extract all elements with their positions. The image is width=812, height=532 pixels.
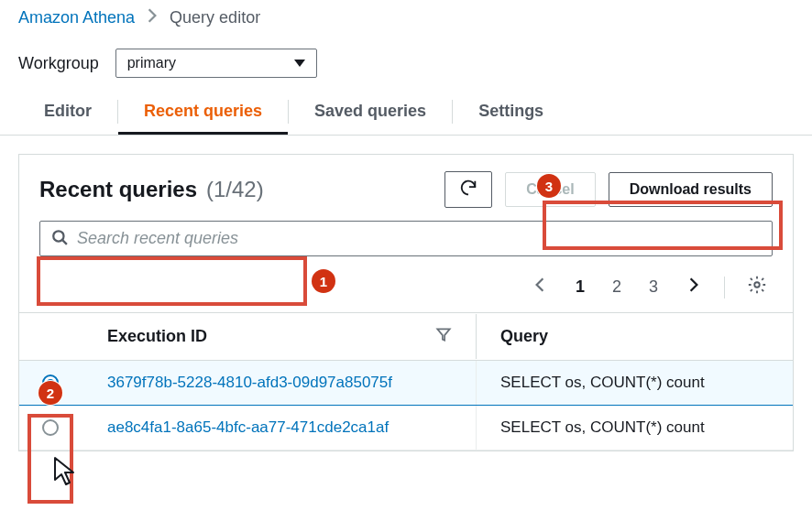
- search-icon: [51, 229, 68, 248]
- breadcrumb-service-link[interactable]: Amazon Athena: [18, 8, 135, 27]
- page-next[interactable]: [680, 275, 708, 299]
- col-query-header[interactable]: Query: [476, 314, 793, 359]
- table-row[interactable]: ae8c4fa1-8a65-4bfc-aa77-471cde2ca1af SEL…: [19, 406, 793, 451]
- separator: [724, 277, 725, 299]
- workgroup-row: Workgroup primary: [0, 32, 812, 89]
- refresh-icon: [458, 178, 478, 201]
- panel-header: Recent queries (1/42) Cancel Download re…: [19, 155, 793, 221]
- svg-line-1: [62, 240, 67, 244]
- caret-down-icon: [294, 60, 305, 67]
- workgroup-label: Workgroup: [18, 54, 99, 73]
- download-results-button[interactable]: Download results: [609, 172, 773, 207]
- execution-id-link[interactable]: ae8c4fa1-8a65-4bfc-aa77-471cde2ca1af: [107, 418, 389, 437]
- cursor-icon: [53, 456, 79, 490]
- gear-icon: [747, 280, 767, 299]
- callout-2: 2: [38, 381, 62, 405]
- results-table: Execution ID Query 3679f78b-5228-4810-af…: [19, 312, 793, 451]
- svg-point-2: [754, 282, 760, 288]
- panel-count: (1/42): [206, 177, 264, 201]
- row-radio[interactable]: [42, 419, 59, 436]
- pagination: 1 2 3: [19, 267, 793, 312]
- callout-3: 3: [537, 174, 561, 198]
- page-2[interactable]: 2: [607, 276, 627, 299]
- settings-gear[interactable]: [741, 273, 773, 301]
- query-text: SELECT os, COUNT(*) count: [500, 374, 705, 391]
- tab-recent-queries[interactable]: Recent queries: [118, 89, 288, 135]
- workgroup-select[interactable]: primary: [115, 49, 317, 78]
- page-1[interactable]: 1: [570, 276, 590, 299]
- tab-saved-queries[interactable]: Saved queries: [289, 89, 452, 135]
- table-row[interactable]: 3679f78b-5228-4810-afd3-09d97a85075f SEL…: [19, 361, 793, 406]
- panel-title: Recent queries: [39, 177, 197, 201]
- breadcrumb: Amazon Athena Query editor: [0, 0, 812, 32]
- chevron-right-icon: [144, 7, 160, 28]
- recent-queries-panel: Recent queries (1/42) Cancel Download re…: [18, 154, 794, 451]
- query-text: SELECT os, COUNT(*) count: [500, 418, 705, 436]
- tabs: Editor Recent queries Saved queries Sett…: [0, 89, 812, 136]
- workgroup-selected-value: primary: [127, 55, 176, 71]
- execution-id-link[interactable]: 3679f78b-5228-4810-afd3-09d97a85075f: [107, 374, 392, 392]
- filter-icon: [435, 326, 452, 347]
- refresh-button[interactable]: [444, 171, 492, 208]
- page-3[interactable]: 3: [643, 276, 664, 299]
- col-execution-id-header[interactable]: Execution ID: [82, 313, 476, 360]
- header-label: Execution ID: [107, 327, 207, 346]
- breadcrumb-current: Query editor: [170, 8, 260, 27]
- search-box[interactable]: [39, 221, 773, 256]
- search-row: [19, 221, 793, 267]
- callout-1: 1: [312, 269, 335, 293]
- table-header-row: Execution ID Query: [19, 313, 793, 361]
- tab-editor[interactable]: Editor: [18, 89, 117, 135]
- search-input[interactable]: [77, 229, 761, 248]
- svg-point-0: [53, 231, 63, 241]
- tab-settings[interactable]: Settings: [453, 89, 569, 135]
- page-prev[interactable]: [526, 275, 554, 299]
- col-select: [19, 324, 82, 350]
- header-label: Query: [500, 327, 548, 345]
